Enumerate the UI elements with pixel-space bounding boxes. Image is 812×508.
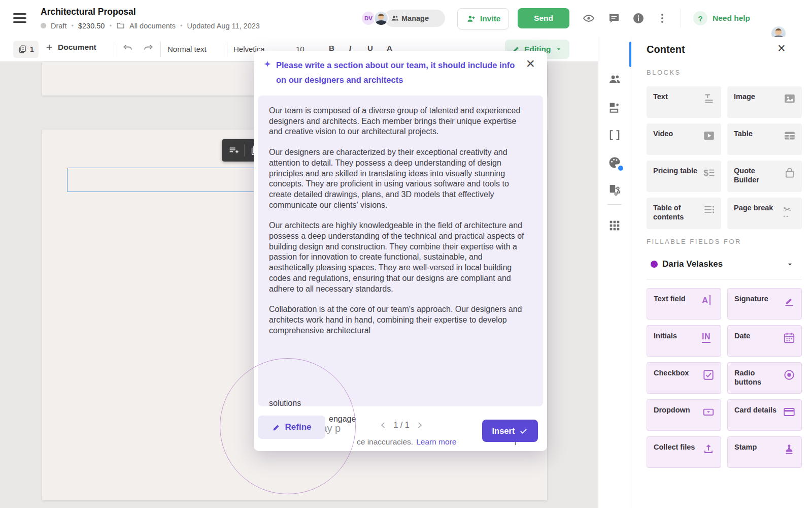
svg-text:$: $	[703, 168, 708, 178]
check-icon	[519, 427, 528, 435]
text-block-icon	[702, 92, 716, 105]
chevron-left-icon[interactable]	[380, 422, 386, 428]
ai-paragraph: Our designers are characterized by their…	[269, 147, 527, 210]
active-tab-indicator	[629, 42, 631, 67]
card-details-card[interactable]: Card details	[727, 399, 802, 431]
send-button[interactable]: Send	[518, 8, 569, 28]
variables-tab-icon[interactable]	[607, 128, 622, 142]
divider	[114, 42, 114, 57]
close-icon[interactable]: ×	[777, 41, 786, 56]
signature-card[interactable]: Signature	[727, 288, 802, 320]
add-document-button[interactable]: Document	[45, 43, 96, 52]
ai-paragraph: Our team is composed of a diverse group …	[269, 106, 527, 137]
add-row-icon[interactable]	[228, 145, 239, 156]
need-help-button[interactable]: ? Need help	[693, 11, 750, 25]
panel-title: Content	[647, 44, 685, 55]
redo-icon[interactable]	[142, 44, 154, 54]
card-label: Text field	[654, 294, 686, 303]
page-count: 1	[30, 45, 34, 53]
ai-paragraph: Collaboration is at the core of our team…	[269, 304, 527, 336]
card-label: Table	[734, 129, 753, 138]
signature-icon	[783, 294, 796, 307]
refine-button[interactable]: Refine	[258, 416, 325, 439]
plus-icon	[45, 43, 54, 52]
card-label: Text	[653, 92, 668, 101]
apps-tab-icon[interactable]	[607, 218, 622, 233]
document-tab-label: Document	[58, 43, 96, 52]
blocks-grid: TextImageVideoTablePricing table$Quote B…	[647, 86, 802, 229]
blocks-heading: BLOCKS	[647, 69, 681, 76]
card-label: Initials	[654, 331, 677, 340]
separator: •	[180, 22, 183, 29]
stamp-card[interactable]: Stamp	[727, 436, 802, 468]
info-icon[interactable]	[632, 12, 645, 24]
automations-tab-icon[interactable]	[607, 183, 622, 197]
card-label: Radio buttons	[734, 368, 781, 387]
question-icon: ?	[693, 11, 707, 25]
folder-icon	[116, 21, 125, 30]
caret-down-icon	[786, 261, 794, 268]
checkbox-card[interactable]: Checkbox	[647, 362, 721, 394]
document-meta: Draft • $230.50 • All documents • Update…	[41, 21, 260, 30]
panda-ai-modal: Please write a section about our team, i…	[254, 51, 547, 451]
image-card[interactable]: Image	[727, 86, 802, 118]
text-fragment-solutions: solutions	[269, 399, 301, 408]
dropdown-card[interactable]: Dropdown	[647, 399, 721, 431]
table-of-contents-card[interactable]: Table of contents	[647, 198, 721, 229]
manage-label: Manage	[401, 14, 429, 22]
collect-files-card[interactable]: Collect files	[647, 436, 721, 468]
undo-icon[interactable]	[122, 44, 134, 54]
page-break-card[interactable]: Page break✂··	[727, 198, 802, 229]
table-card[interactable]: Table	[727, 123, 802, 155]
quote-builder-card[interactable]: Quote Builder	[727, 161, 802, 192]
image-icon	[783, 92, 796, 105]
preview-eye-icon[interactable]	[582, 12, 596, 24]
text-field-card[interactable]: Text fieldA	[647, 288, 721, 320]
ai-paragraph: Our architects are highly knowledgeable …	[269, 220, 527, 294]
insert-button[interactable]: Insert	[482, 420, 538, 442]
text-style-select[interactable]: Normal text	[167, 45, 207, 53]
recipients-tab-icon[interactable]	[607, 72, 622, 86]
manage-button[interactable]: Manage	[384, 10, 445, 27]
avatar-photo[interactable]	[374, 11, 389, 26]
invite-button[interactable]: Invite	[457, 8, 509, 29]
table-icon	[783, 129, 796, 142]
initials-card[interactable]: InitialsIN	[647, 325, 721, 357]
ai-prompt-text: Please write a section about our team, i…	[276, 58, 516, 87]
card-label: Checkbox	[654, 368, 689, 377]
assignee-dropdown[interactable]: Daria Velaskes	[651, 259, 794, 269]
comments-icon[interactable]	[608, 12, 620, 24]
need-help-label: Need help	[713, 14, 750, 23]
card-label: Stamp	[734, 442, 757, 452]
pencil-icon	[272, 423, 281, 432]
stamp-icon	[783, 442, 796, 456]
folder-link[interactable]: All documents	[129, 22, 176, 30]
collect-files-icon	[702, 442, 715, 456]
close-icon[interactable]: ×	[526, 55, 535, 72]
radio-buttons-card[interactable]: Radio buttons	[727, 362, 802, 394]
ai-response-text: Our team is composed of a diverse group …	[269, 106, 527, 346]
date-card[interactable]: Date	[727, 325, 802, 357]
quote-builder-icon	[783, 166, 796, 179]
top-bar: Architectural Proposal Draft • $230.50 •…	[0, 0, 812, 37]
card-label: Date	[734, 331, 750, 340]
document-title[interactable]: Architectural Proposal	[41, 7, 136, 17]
page-count-chip[interactable]: 1	[13, 41, 39, 58]
learn-more-link[interactable]: Learn more	[416, 437, 456, 446]
assignee-color-dot	[651, 261, 658, 268]
chevron-right-icon[interactable]	[417, 422, 423, 428]
text-card[interactable]: Text	[647, 86, 721, 118]
video-card[interactable]: Video	[647, 123, 721, 155]
fillable-heading: FILLABLE FIELDS FOR	[647, 238, 741, 245]
separator: •	[109, 22, 112, 29]
insert-label: Insert	[492, 426, 515, 436]
content-library-tab-icon[interactable]	[607, 101, 622, 115]
pricing-table-card[interactable]: Pricing table$	[647, 161, 721, 192]
kebab-menu-icon[interactable]	[659, 12, 666, 24]
send-label: Send	[534, 14, 553, 23]
divider	[160, 42, 161, 57]
status-dot-icon	[41, 23, 46, 28]
table-of-contents-icon	[702, 203, 716, 216]
card-label: Quote Builder	[734, 166, 781, 184]
menu-icon[interactable]	[13, 13, 26, 23]
